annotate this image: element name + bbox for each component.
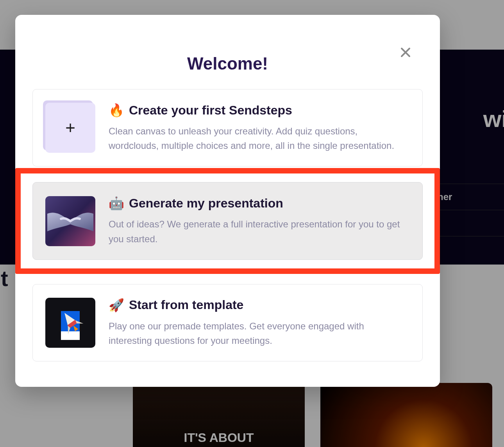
option-title-text: Generate my presentation <box>129 196 283 211</box>
option-description: Play one our premade templates. Get ever… <box>109 319 410 348</box>
option-thumb-rocket <box>45 298 95 348</box>
option-title: 🤖 Generate my presentation <box>109 196 410 211</box>
option-title-text: Create your first Sendsteps <box>129 103 292 118</box>
options-list: + 🔥 Create your first Sendsteps Clean ca… <box>32 89 423 361</box>
option-thumb-plus: + <box>45 103 95 153</box>
close-button[interactable] <box>398 45 413 60</box>
highlight-frame: 🤖 Generate my presentation Out of ideas?… <box>15 168 440 274</box>
svg-rect-1 <box>61 331 80 340</box>
option-generate-presentation[interactable]: 🤖 Generate my presentation Out of ideas?… <box>32 182 423 259</box>
option-text: 🔥 Create your first Sendsteps Clean canv… <box>109 103 410 153</box>
close-icon <box>400 46 411 58</box>
option-thumb-ai-handshake <box>45 196 95 246</box>
robot-icon: 🤖 <box>109 196 124 211</box>
handshake-icon <box>45 196 95 246</box>
option-title: 🚀 Start from template <box>109 298 410 313</box>
option-description: Clean canvas to unleash your creativity.… <box>109 124 410 153</box>
rocket-icon <box>45 298 95 348</box>
option-title: 🔥 Create your first Sendsteps <box>109 103 410 118</box>
rocket-emoji-icon: 🚀 <box>109 298 124 313</box>
modal-title: Welcome! <box>32 54 423 73</box>
option-create-first[interactable]: + 🔥 Create your first Sendsteps Clean ca… <box>32 89 423 166</box>
plus-icon: + <box>65 118 75 138</box>
option-text: 🚀 Start from template Play one our prema… <box>109 298 410 348</box>
option-start-template[interactable]: 🚀 Start from template Play one our prema… <box>32 284 423 361</box>
option-description: Out of ideas? We generate a full interac… <box>109 217 410 246</box>
option-title-text: Start from template <box>129 298 243 312</box>
welcome-modal: Welcome! + 🔥 Create your first Sendsteps… <box>15 15 440 387</box>
option-text: 🤖 Generate my presentation Out of ideas?… <box>109 196 410 246</box>
fire-icon: 🔥 <box>109 103 124 118</box>
